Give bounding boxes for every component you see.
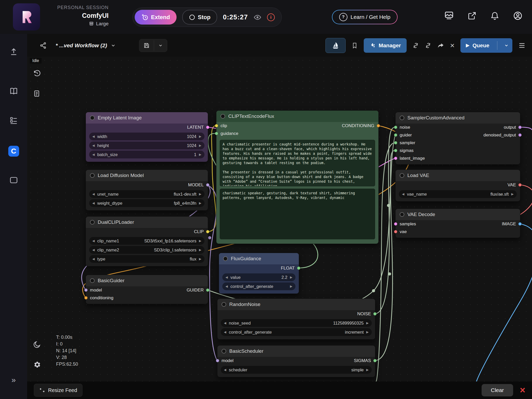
close-feed-icon[interactable]: × bbox=[520, 386, 525, 395]
decrement-arrow[interactable]: ◀ bbox=[224, 330, 226, 334]
output-port-VAE[interactable] bbox=[518, 183, 522, 187]
gallery-icon[interactable] bbox=[444, 11, 454, 21]
widget-scheduler[interactable]: ◀schedulersimple▶ bbox=[221, 366, 372, 374]
queue-button[interactable]: ▶ Queue bbox=[460, 38, 512, 53]
decrement-arrow[interactable]: ◀ bbox=[224, 321, 226, 325]
input-port-vae[interactable] bbox=[394, 230, 397, 233]
node-title[interactable]: VAE Decode bbox=[396, 209, 520, 220]
node-title[interactable]: BasicScheduler bbox=[217, 346, 375, 357]
node-load-vae[interactable]: Load VAEVAE◀vae_nameflux/ae.sft▶ bbox=[395, 170, 520, 202]
collapse-dot[interactable] bbox=[400, 173, 404, 178]
node-title[interactable]: CLIPTextEncodeFlux bbox=[216, 111, 378, 122]
visibility-eye-icon[interactable] bbox=[254, 13, 261, 21]
close-workflow-icon[interactable]: × bbox=[450, 42, 455, 49]
decrement-arrow[interactable]: ◀ bbox=[92, 201, 95, 205]
decrement-arrow[interactable]: ◀ bbox=[92, 135, 95, 138]
prompt-text-1[interactable]: A charismatic presenter is caught mid-se… bbox=[220, 140, 375, 186]
increment-arrow[interactable]: ▶ bbox=[366, 330, 369, 334]
decrement-arrow[interactable]: ◀ bbox=[92, 257, 95, 261]
node-title[interactable]: FluxGuidance bbox=[219, 253, 299, 264]
decrement-arrow[interactable]: ◀ bbox=[92, 248, 95, 252]
widget-unet_name[interactable]: ◀unet_nameflux1-dev.sft▶ bbox=[89, 190, 204, 198]
queue-options-button[interactable] bbox=[500, 43, 512, 48]
node-title[interactable]: BasicGuider bbox=[86, 275, 208, 286]
node-graph-canvas[interactable]: Idle T: 0.00s I: 0 N: 14 [14] V: 28 FPS:… bbox=[27, 57, 532, 381]
manager-button[interactable]: Manager bbox=[364, 38, 407, 53]
increment-arrow[interactable]: ▶ bbox=[199, 144, 201, 147]
output-port-NOISE[interactable] bbox=[373, 312, 377, 316]
stop-button[interactable]: Stop bbox=[182, 10, 217, 25]
output-port-output[interactable] bbox=[518, 126, 522, 129]
collapse-dot[interactable] bbox=[400, 116, 404, 120]
rundiffusion-logo[interactable] bbox=[13, 3, 40, 30]
input-port-sigmas[interactable] bbox=[394, 149, 397, 152]
node-random-noise[interactable]: RandomNoiseNOISE◀noise_seed1125899950325… bbox=[217, 298, 375, 340]
menu-hamburger-icon[interactable] bbox=[518, 42, 526, 49]
resize-feed-button[interactable]: Resize Feed bbox=[34, 384, 82, 397]
decrement-arrow[interactable]: ◀ bbox=[92, 153, 95, 156]
settings-gear-icon[interactable] bbox=[33, 360, 41, 369]
widget-vae_name[interactable]: ◀vae_nameflux/ae.sft▶ bbox=[399, 190, 517, 198]
node-flux-guidance[interactable]: FluxGuidanceFLOAT◀value2.2▶◀control_afte… bbox=[219, 253, 299, 294]
widget-clip_name2[interactable]: ◀clip_name2SD3/clip_l.safetensors▶ bbox=[89, 246, 204, 254]
collapse-dot[interactable] bbox=[90, 173, 95, 178]
collapse-dot[interactable] bbox=[90, 116, 95, 120]
mute-previews-icon[interactable] bbox=[425, 42, 431, 49]
log-document-icon[interactable] bbox=[33, 90, 41, 97]
node-title[interactable]: Empty Latent Image bbox=[86, 112, 208, 124]
output-port-CONDITIONING[interactable] bbox=[377, 124, 380, 127]
node-title[interactable]: SamplerCustomAdvanced bbox=[396, 112, 520, 124]
decrement-arrow[interactable]: ◀ bbox=[92, 239, 95, 243]
widget-clip_name1[interactable]: ◀clip_name1SD3/t5xxl_fp16.safetensors▶ bbox=[89, 237, 204, 245]
collapse-dot[interactable] bbox=[223, 256, 228, 261]
increment-arrow[interactable]: ▶ bbox=[366, 368, 369, 372]
expand-sidebar-icon[interactable]: » bbox=[11, 375, 16, 384]
input-port-clip[interactable] bbox=[215, 124, 218, 127]
increment-arrow[interactable]: ▶ bbox=[290, 285, 292, 288]
collapse-dot[interactable] bbox=[222, 302, 226, 307]
input-port-model[interactable] bbox=[84, 288, 88, 292]
increment-arrow[interactable]: ▶ bbox=[199, 201, 201, 205]
session-info-icon[interactable]: i bbox=[267, 13, 275, 21]
widget-type[interactable]: ◀typeflux▶ bbox=[89, 255, 204, 263]
node-basic-guider[interactable]: BasicGuidermodelGUIDERconditioning bbox=[86, 275, 208, 304]
share-nodes-icon[interactable] bbox=[40, 42, 47, 49]
node-empty-latent-image[interactable]: Empty Latent ImageLATENT◀width1024▶◀heig… bbox=[86, 112, 208, 162]
increment-arrow[interactable]: ▶ bbox=[199, 257, 201, 261]
widget-batch_size[interactable]: ◀batch_size1▶ bbox=[89, 151, 204, 158]
increment-arrow[interactable]: ▶ bbox=[511, 192, 514, 196]
output-port-GUIDER[interactable] bbox=[206, 288, 209, 292]
node-sampler-custom-advanced[interactable]: SamplerCustomAdvancednoiseoutputguiderde… bbox=[395, 112, 520, 165]
widget-control_after_generate[interactable]: ◀control_after_generate▶ bbox=[222, 282, 295, 290]
prompt-text-2[interactable]: charismatic speaker, gesturing, dark tex… bbox=[220, 189, 375, 239]
output-port-SIGMAS[interactable] bbox=[373, 359, 377, 362]
output-port-CLIP[interactable] bbox=[206, 230, 209, 233]
widget-noise_seed[interactable]: ◀noise_seed1125899950325▶ bbox=[221, 319, 372, 327]
docs-book-icon[interactable] bbox=[9, 87, 18, 96]
input-port-guidance[interactable] bbox=[215, 132, 218, 135]
output-port-LATENT[interactable] bbox=[206, 126, 209, 129]
node-vae-decode[interactable]: VAE DecodesamplesIMAGEvae bbox=[395, 209, 520, 238]
save-button[interactable] bbox=[139, 39, 154, 52]
node-dual-clip-loader[interactable]: DualCLIPLoaderCLIP◀clip_name1SD3/t5xxl_f… bbox=[86, 216, 208, 266]
upload-icon[interactable] bbox=[9, 47, 18, 56]
bookmark-icon[interactable] bbox=[351, 42, 358, 49]
notifications-bell-icon[interactable] bbox=[490, 11, 499, 20]
comfyui-logo-icon[interactable]: C bbox=[8, 146, 19, 157]
theme-moon-icon[interactable] bbox=[33, 340, 41, 349]
workflow-window-icon[interactable] bbox=[9, 175, 18, 185]
input-port-sampler[interactable] bbox=[394, 141, 397, 144]
input-port-latent_image[interactable] bbox=[394, 157, 397, 160]
collapse-dot[interactable] bbox=[90, 278, 95, 283]
share-forward-icon[interactable] bbox=[437, 42, 444, 49]
account-icon[interactable] bbox=[513, 11, 523, 21]
workflow-selector[interactable]: * ...ved Workflow (2) bbox=[56, 42, 116, 49]
node-title[interactable]: RandomNoise bbox=[217, 299, 375, 310]
save-options-button[interactable] bbox=[154, 40, 167, 51]
history-icon[interactable] bbox=[33, 69, 41, 77]
decrement-arrow[interactable]: ◀ bbox=[92, 144, 95, 147]
decrement-arrow[interactable]: ◀ bbox=[224, 368, 226, 372]
input-port-model[interactable] bbox=[216, 359, 219, 362]
node-basic-scheduler[interactable]: BasicSchedulermodelSIGMAS◀schedulersimpl… bbox=[217, 345, 375, 377]
node-load-diffusion-model[interactable]: Load Diffusion ModelMODEL◀unet_nameflux1… bbox=[86, 170, 208, 211]
